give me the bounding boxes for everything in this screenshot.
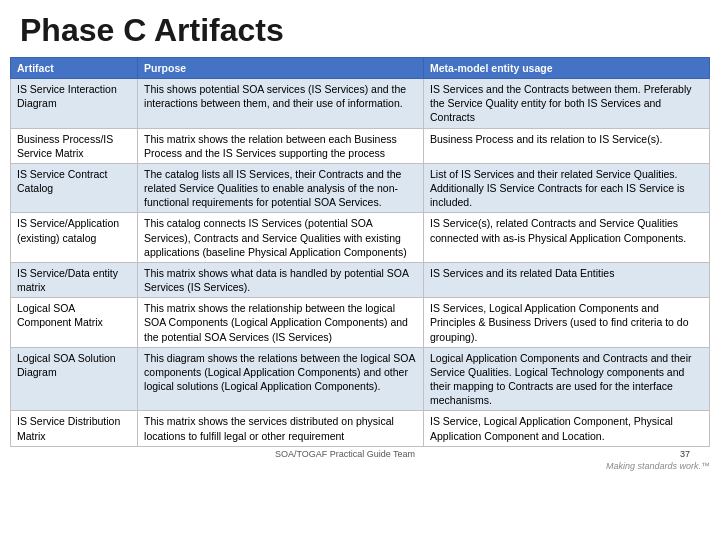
cell-meta: IS Services, Logical Application Compone… <box>424 298 710 348</box>
cell-meta: Business Process and its relation to IS … <box>424 128 710 163</box>
cell-meta: IS Services and the Contracts between th… <box>424 79 710 129</box>
table-row: Logical SOA Component MatrixThis matrix … <box>11 298 710 348</box>
cell-meta: IS Service(s), related Contracts and Ser… <box>424 213 710 263</box>
cell-purpose: This shows potential SOA services (IS Se… <box>138 79 424 129</box>
table-row: Business Process/IS Service MatrixThis m… <box>11 128 710 163</box>
footer-page: 37 <box>680 449 690 459</box>
footer-center: SOA/TOGAF Practical Guide Team <box>10 449 680 459</box>
table-row: IS Service Interaction DiagramThis shows… <box>11 79 710 129</box>
col-meta: Meta-model entity usage <box>424 58 710 79</box>
cell-meta: List of IS Services and their related Se… <box>424 163 710 213</box>
table-row: IS Service/Data entity matrixThis matrix… <box>11 262 710 297</box>
cell-purpose: This catalog connects IS Services (poten… <box>138 213 424 263</box>
cell-artifact: IS Service/Data entity matrix <box>11 262 138 297</box>
cell-purpose: This matrix shows the services distribut… <box>138 411 424 446</box>
cell-purpose: This matrix shows the relation between e… <box>138 128 424 163</box>
cell-purpose: The catalog lists all IS Services, their… <box>138 163 424 213</box>
table-row: Logical SOA Solution DiagramThis diagram… <box>11 347 710 411</box>
cell-artifact: Logical SOA Component Matrix <box>11 298 138 348</box>
cell-artifact: Business Process/IS Service Matrix <box>11 128 138 163</box>
col-purpose: Purpose <box>138 58 424 79</box>
cell-artifact: IS Service/Application (existing) catalo… <box>11 213 138 263</box>
footer: SOA/TOGAF Practical Guide Team 37 <box>0 447 720 461</box>
page-title: Phase C Artifacts <box>0 0 720 57</box>
cell-artifact: Logical SOA Solution Diagram <box>11 347 138 411</box>
cell-purpose: This matrix shows the relationship betwe… <box>138 298 424 348</box>
cell-purpose: This diagram shows the relations between… <box>138 347 424 411</box>
cell-artifact: IS Service Interaction Diagram <box>11 79 138 129</box>
cell-artifact: IS Service Contract Catalog <box>11 163 138 213</box>
cell-purpose: This matrix shows what data is handled b… <box>138 262 424 297</box>
table-row: IS Service Contract CatalogThe catalog l… <box>11 163 710 213</box>
cell-meta: Logical Application Components and Contr… <box>424 347 710 411</box>
table-row: IS Service Distribution MatrixThis matri… <box>11 411 710 446</box>
footer-tagline: Making standards work.™ <box>0 461 720 471</box>
col-artifact: Artifact <box>11 58 138 79</box>
cell-meta: IS Services and its related Data Entitie… <box>424 262 710 297</box>
table-row: IS Service/Application (existing) catalo… <box>11 213 710 263</box>
cell-meta: IS Service, Logical Application Componen… <box>424 411 710 446</box>
artifacts-table: Artifact Purpose Meta-model entity usage… <box>10 57 710 447</box>
cell-artifact: IS Service Distribution Matrix <box>11 411 138 446</box>
